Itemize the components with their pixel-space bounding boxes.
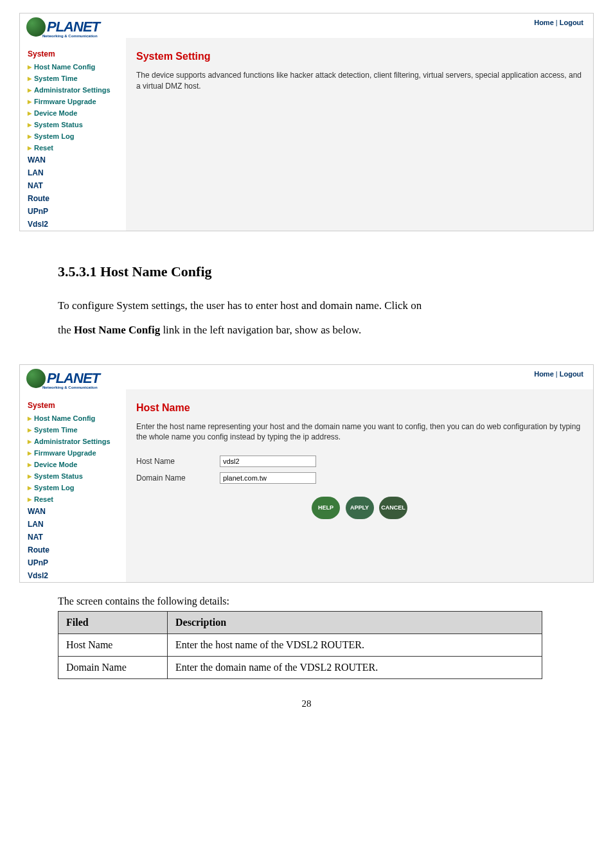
sidebar-lan[interactable]: LAN <box>28 166 126 179</box>
home-link[interactable]: Home <box>534 370 554 378</box>
table-caption: The screen contains the following detail… <box>58 596 555 607</box>
content-title: Host Name <box>136 402 583 414</box>
doc-section: 3.5.3.1 Host Name Config To configure Sy… <box>0 244 613 351</box>
logout-link[interactable]: Logout <box>560 19 583 26</box>
sidebar-system-status[interactable]: System Status <box>28 470 126 482</box>
sidebar-firmware-upgrade[interactable]: Firmware Upgrade <box>28 96 126 107</box>
table-header-row: Filed Description <box>58 611 542 633</box>
sidebar-reset[interactable]: Reset <box>28 493 126 505</box>
cancel-button[interactable]: CANCEL <box>379 497 407 519</box>
sidebar-reset[interactable]: Reset <box>28 142 126 154</box>
domain-label: Domain Name <box>136 474 220 483</box>
sidebar-wan[interactable]: WAN <box>28 505 126 518</box>
sidebar-route[interactable]: Route <box>28 192 126 205</box>
sidebar-upnp[interactable]: UPnP <box>28 205 126 218</box>
help-button[interactable]: HELP <box>312 497 340 519</box>
hostname-label: Host Name <box>136 457 220 466</box>
content-area: Host Name Enter the host name representi… <box>126 389 593 582</box>
sidebar-system[interactable]: System <box>28 401 126 410</box>
doc-heading: 3.5.3.1 Host Name Config <box>58 263 555 280</box>
logout-link[interactable]: Logout <box>560 370 583 378</box>
page-number: 28 <box>0 698 613 722</box>
sidebar-vdsl2[interactable]: Vdsl2 <box>28 569 126 582</box>
sidebar-admin-settings[interactable]: Administrator Settings <box>28 436 126 447</box>
sidebar-system[interactable]: System <box>28 49 126 58</box>
content-area: System Setting The device supports advan… <box>126 38 593 231</box>
system-setting-screenshot: PLANET Networking & Communication Home |… <box>19 13 594 231</box>
sidebar-system-log[interactable]: System Log <box>28 482 126 493</box>
domain-row: Domain Name <box>136 472 583 484</box>
domain-input[interactable] <box>220 472 316 484</box>
logo-text: PLANET <box>47 370 100 387</box>
sidebar-wan[interactable]: WAN <box>28 154 126 166</box>
hostname-row: Host Name <box>136 456 583 467</box>
button-row: HELP APPLY CANCEL <box>136 497 583 519</box>
content-desc: The device supports advanced functions l… <box>136 70 583 92</box>
sidebar-admin-settings[interactable]: Administrator Settings <box>28 84 126 96</box>
sidebar-route[interactable]: Route <box>28 544 126 556</box>
sidebar-vdsl2[interactable]: Vdsl2 <box>28 218 126 231</box>
host-name-screenshot: PLANET Networking & Communication Home |… <box>19 364 594 583</box>
sidebar-host-name-config[interactable]: Host Name Config <box>28 412 126 424</box>
content-title: System Setting <box>136 51 583 62</box>
sidebar-nat[interactable]: NAT <box>28 531 126 544</box>
sidebar-device-mode[interactable]: Device Mode <box>28 107 126 119</box>
sidebar-system-time[interactable]: System Time <box>28 424 126 436</box>
sidebar-nat[interactable]: NAT <box>28 179 126 192</box>
logo: PLANET <box>20 13 126 37</box>
table-row: Domain Name Enter the domain name of the… <box>58 656 542 678</box>
doc-para1: To configure System settings, the user h… <box>58 296 555 316</box>
home-link[interactable]: Home <box>534 19 554 26</box>
top-bar: Home | Logout <box>126 13 593 33</box>
logo-swirl-icon <box>26 17 46 37</box>
sidebar-system-log[interactable]: System Log <box>28 130 126 142</box>
sidebar: System Host Name Config System Time Admi… <box>20 38 126 231</box>
table-row: Host Name Enter the host name of the VDS… <box>58 633 542 656</box>
sidebar-system-time[interactable]: System Time <box>28 73 126 84</box>
apply-button[interactable]: APPLY <box>346 497 374 519</box>
sidebar-device-mode[interactable]: Device Mode <box>28 459 126 470</box>
logo-swirl-icon <box>26 369 46 388</box>
sidebar-lan[interactable]: LAN <box>28 518 126 531</box>
table-header-filed: Filed <box>58 611 168 633</box>
sidebar-firmware-upgrade[interactable]: Firmware Upgrade <box>28 447 126 459</box>
sidebar-upnp[interactable]: UPnP <box>28 556 126 569</box>
doc-para2: the Host Name Config link in the left na… <box>58 320 555 341</box>
hostname-input[interactable] <box>220 456 316 467</box>
logo-text: PLANET <box>47 19 100 35</box>
details-table: Filed Description Host Name Enter the ho… <box>58 611 542 679</box>
top-bar: Home | Logout <box>126 365 593 384</box>
sidebar-host-name-config[interactable]: Host Name Config <box>28 61 126 73</box>
sidebar-system-status[interactable]: System Status <box>28 119 126 130</box>
sidebar: System Host Name Config System Time Admi… <box>20 389 126 582</box>
table-header-desc: Description <box>168 611 542 633</box>
content-desc: Enter the host name representing your ho… <box>136 421 583 443</box>
logo: PLANET <box>20 365 126 388</box>
